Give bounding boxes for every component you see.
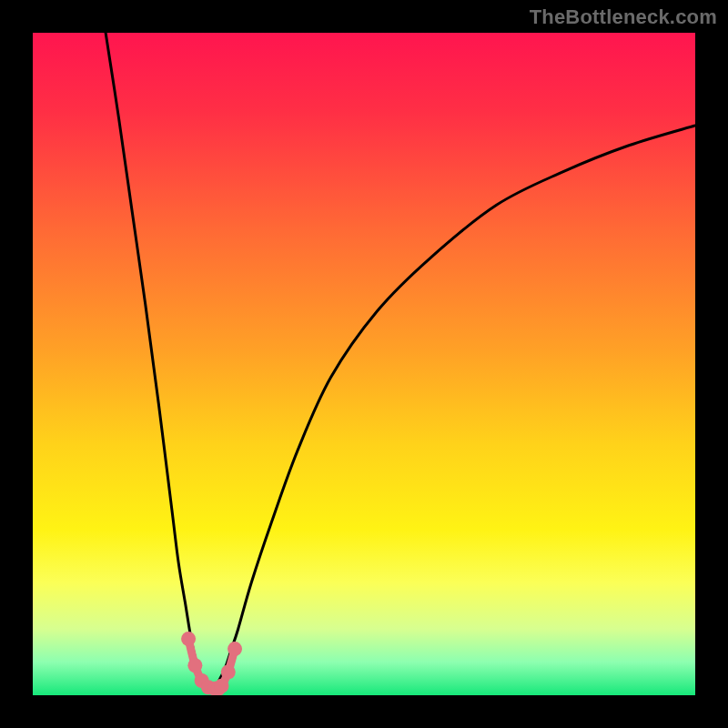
plot-background — [33, 33, 695, 695]
bottleneck-chart — [33, 33, 695, 695]
watermark-text: TheBottleneck.com — [530, 5, 717, 29]
valley-marker — [187, 658, 202, 672]
valley-marker — [214, 679, 228, 693]
chart-stage: TheBottleneck.com — [0, 0, 728, 728]
valley-marker — [221, 665, 236, 680]
valley-marker — [181, 632, 196, 646]
valley-marker — [228, 642, 242, 656]
